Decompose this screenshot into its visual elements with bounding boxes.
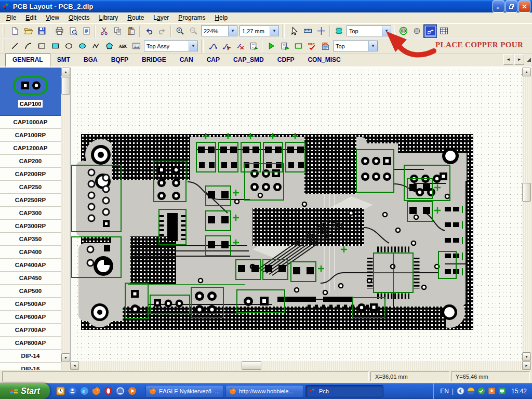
draw-line-button[interactable] <box>8 39 21 53</box>
print-preview-button[interactable] <box>66 24 79 38</box>
pcb-canvas[interactable] <box>70 68 522 361</box>
component-item-cap200[interactable]: CAP200 <box>0 155 61 168</box>
draw-rect-button[interactable] <box>35 39 48 53</box>
tab-con_misc[interactable]: CON_MISC <box>301 54 347 66</box>
cut-button[interactable] <box>97 24 111 38</box>
tab-bqfp[interactable]: BQFP <box>104 54 135 66</box>
grid-step-select[interactable]: 1,27 mm▼ <box>240 25 279 36</box>
combo-dropdown-icon[interactable]: ▼ <box>382 26 391 36</box>
zoom-out-button[interactable] <box>187 24 200 38</box>
quick-launch-messenger-icon[interactable] <box>68 387 77 395</box>
component-item-dip-16[interactable]: DIP-16 <box>0 363 61 370</box>
origin-cross-button[interactable] <box>314 24 328 38</box>
canvas-hscroll-thumb[interactable] <box>242 361 261 370</box>
canvas-scroll-up-button[interactable]: ▲ <box>522 68 531 76</box>
draw-polyline-button[interactable] <box>89 39 102 53</box>
draw-ellipse-button[interactable] <box>62 39 75 53</box>
component-item-cap1200ap[interactable]: CAP1200AP <box>0 142 61 155</box>
new-file-button[interactable] <box>8 24 21 38</box>
combo-dropdown-icon[interactable]: ▼ <box>368 41 377 51</box>
toolbar-grip[interactable] <box>3 25 5 37</box>
menu-layer[interactable]: Layer <box>149 13 174 22</box>
board-run-button[interactable] <box>278 39 291 53</box>
component-item-selected[interactable]: CAP100 <box>0 68 61 116</box>
quick-launch-firefox-icon[interactable] <box>92 387 101 395</box>
menu-view[interactable]: View <box>41 13 64 22</box>
tray-antivirus-check-icon[interactable] <box>477 387 485 395</box>
menu-library[interactable]: Library <box>95 13 123 22</box>
quick-launch-ie-icon[interactable]: e <box>80 387 89 395</box>
title-block-button[interactable] <box>79 24 93 38</box>
layer-select[interactable]: Top▼ <box>347 25 391 36</box>
draw-arc-button[interactable] <box>21 39 35 53</box>
rect-green-button[interactable] <box>291 39 305 53</box>
redo-button[interactable] <box>155 24 169 38</box>
draw-rect-filled-button[interactable] <box>48 39 62 53</box>
tab-smt[interactable]: SMT <box>50 54 77 66</box>
tray-hide-chevron-icon[interactable] <box>457 387 464 395</box>
board-edit-button[interactable] <box>247 39 260 53</box>
tray-network-icon[interactable] <box>498 387 506 395</box>
quick-launch-clock-icon[interactable] <box>56 387 65 395</box>
quick-launch-helmet-icon[interactable] <box>116 387 125 395</box>
print-button[interactable] <box>52 24 66 38</box>
copper-pour-button[interactable] <box>423 24 437 38</box>
measure-button[interactable] <box>301 24 314 38</box>
menu-programs[interactable]: Programs <box>174 13 210 22</box>
combo-dropdown-icon[interactable]: ▼ <box>189 41 197 51</box>
component-item-dip-14[interactable]: DIP-14 <box>0 350 61 363</box>
component-item-cap100rp[interactable]: CAP100RP <box>0 129 61 142</box>
component-item-cap500[interactable]: CAP500 <box>0 285 61 298</box>
menu-help[interactable]: Help <box>210 13 232 22</box>
assy-layer-select[interactable]: Top Assy▼ <box>144 41 198 51</box>
tray-downloader-icon[interactable] <box>488 387 496 395</box>
toolbar-grip[interactable] <box>3 41 5 52</box>
component-item-cap300[interactable]: CAP300 <box>0 207 61 220</box>
scroll-down-button[interactable]: ▼ <box>61 353 70 362</box>
route-edit-button[interactable] <box>220 39 233 53</box>
tab-general[interactable]: GENERAL <box>5 54 50 66</box>
select-arrow-button[interactable] <box>287 24 301 38</box>
draw-ellipse-filled-button[interactable] <box>75 39 89 53</box>
drc-list-button[interactable]: DRC <box>318 39 332 53</box>
component-item-cap350[interactable]: CAP350 <box>0 233 61 246</box>
task-button-eagle-ny-ktervez[interactable]: EAGLE Nyáktervező -... <box>145 385 223 397</box>
route-trace-button[interactable] <box>206 39 220 53</box>
zoom-scale-select[interactable]: 224%▼ <box>201 25 237 36</box>
canvas-scroll-right-button[interactable]: ► <box>522 361 531 370</box>
tabs-scroll-right-button[interactable]: ► <box>514 54 524 65</box>
menu-edit[interactable]: Edit <box>21 13 41 22</box>
component-item-cap400ap[interactable]: CAP400AP <box>0 259 61 272</box>
canvas-vscroll-thumb[interactable] <box>522 183 531 202</box>
menu-objects[interactable]: Objects <box>64 13 95 22</box>
quick-launch-opera-icon[interactable] <box>104 387 113 395</box>
place-component-button[interactable] <box>332 24 345 38</box>
component-item-cap300rp[interactable]: CAP300RP <box>0 220 61 233</box>
close-button[interactable] <box>518 1 530 12</box>
scroll-up-button[interactable]: ▲ <box>61 68 70 76</box>
zoom-in-button[interactable] <box>173 24 187 38</box>
pcb-board[interactable] <box>81 134 473 330</box>
save-button[interactable] <box>35 24 48 38</box>
minimize-button[interactable] <box>493 1 504 12</box>
paste-button[interactable] <box>124 24 138 38</box>
run-autoroute-button[interactable] <box>264 39 278 53</box>
combo-dropdown-icon[interactable]: ▼ <box>270 26 278 36</box>
via-button[interactable] <box>410 24 423 38</box>
tab-can[interactable]: CAN <box>173 54 200 66</box>
quick-launch-wmp-icon[interactable] <box>128 387 137 395</box>
grid-table-button[interactable] <box>437 24 450 38</box>
start-button[interactable]: Start <box>0 383 50 399</box>
combo-dropdown-icon[interactable]: ▼ <box>228 26 237 36</box>
menu-route[interactable]: Route <box>123 13 149 22</box>
draw-image-button[interactable] <box>129 39 143 53</box>
restore-button[interactable] <box>506 1 517 12</box>
tabs-scroll-left-button[interactable]: ◄ <box>503 54 513 65</box>
via-highlight-button[interactable] <box>396 24 410 38</box>
canvas-scroll-down-button[interactable]: ▼ <box>522 352 531 361</box>
route-unroute-button[interactable] <box>233 39 247 53</box>
draw-polygon-button[interactable] <box>102 39 116 53</box>
canvas-scroll-left-button[interactable]: ◄ <box>70 361 79 370</box>
component-item-cap1000ap[interactable]: CAP1000AP <box>0 116 61 129</box>
component-item-cap250[interactable]: CAP250 <box>0 181 61 194</box>
